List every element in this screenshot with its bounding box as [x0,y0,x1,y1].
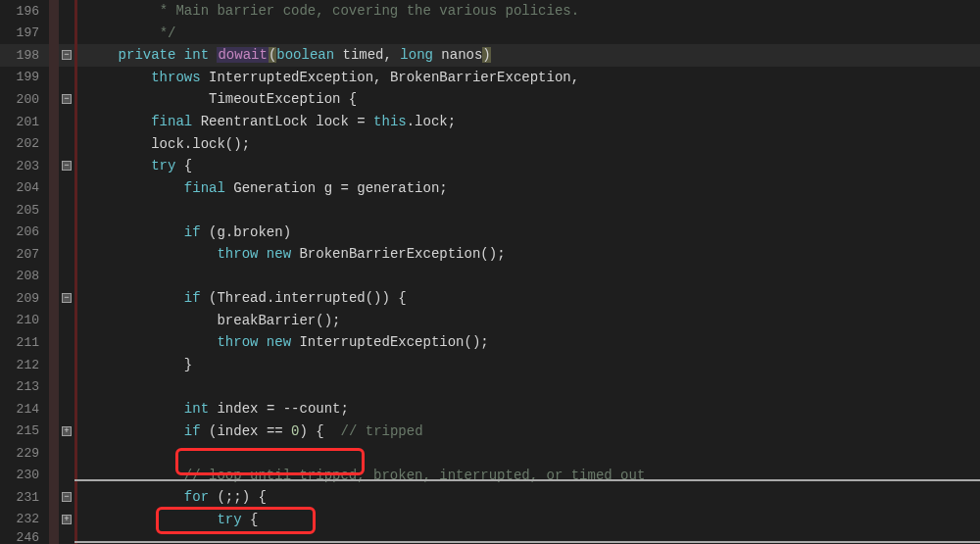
fold-minus-icon[interactable]: − [62,492,72,502]
fold-col[interactable]: + [59,509,74,531]
code-line: 211 throw new InterruptedException(); [0,331,980,354]
fold-col[interactable]: − [59,155,74,177]
code-content[interactable]: // loop until tripped, broken, interrupt… [77,464,980,486]
type-ref: Thread [217,290,266,306]
code-content[interactable]: breakBarrier(); [77,310,980,332]
fold-col[interactable]: + [59,420,74,442]
gutter-num: 208 [0,266,49,288]
marker-col [49,464,59,486]
marker-col [49,111,59,133]
fold-col[interactable]: − [59,88,74,111]
code-content[interactable]: if (Thread.interrupted()) { [77,287,980,310]
fold-col[interactable]: − [59,486,74,509]
comment: // tripped [341,423,423,439]
code-content[interactable]: if (g.broken) [77,221,980,243]
code-line: 229 [0,442,980,465]
type-ref: InterruptedException [299,334,464,350]
fold-separator [74,480,980,481]
code-line: 200 − TimeoutException { [0,88,980,111]
gutter-num: 215 [0,420,49,442]
field: generation [357,180,439,196]
type-ref: BrokenBarrierException [299,246,480,262]
gutter-num: 212 [0,354,49,376]
fold-col [59,199,74,222]
marker-col [49,310,59,332]
code-line: 215 + if (index == 0) { // tripped [0,420,980,442]
marker-col [49,199,59,222]
code-editor[interactable]: 196 * Main barrier code, covering the va… [0,0,980,544]
fold-minus-icon[interactable]: − [62,293,72,303]
keyword: int [184,47,209,63]
fold-plus-icon[interactable]: + [62,515,72,524]
code-line: 213 [0,375,980,398]
fold-col [59,243,74,266]
code-content[interactable]: TimeoutException { [77,88,980,111]
code-content[interactable]: int index = --count; [77,398,980,420]
fold-col[interactable]: − [59,287,74,310]
method-call: interrupted [274,290,365,306]
keyword: if [184,224,201,240]
gutter-num: 210 [0,310,49,332]
keyword: try [217,512,241,527]
marker-col [49,509,59,531]
code-line: 206 if (g.broken) [0,221,980,243]
marker-col [49,132,59,155]
code-content[interactable]: final Generation g = generation; [77,176,980,199]
marker-col [49,398,59,420]
field: count [300,401,341,417]
gutter-num: 229 [0,442,49,465]
fold-col [59,398,74,420]
code-content[interactable]: private int dowait(boolean timed, long n… [77,44,980,67]
code-line-current: 198 − private int dowait(boolean timed, … [0,44,980,67]
code-content[interactable]: } [77,354,980,376]
fold-col [59,375,74,398]
code-content[interactable]: throws InterruptedException, BrokenBarri… [77,67,980,89]
marker-col [49,266,59,288]
code-content[interactable]: lock.lock(); [77,132,980,155]
keyword: throw [217,334,258,350]
code-content[interactable]: try { [77,509,980,531]
fold-separator [74,542,980,543]
method-call: breakBarrier [217,313,316,328]
code-content[interactable] [77,375,980,398]
keyword: if [184,290,201,306]
marker-col [49,221,59,243]
fold-col [59,111,74,133]
method-name: dowait [217,47,268,63]
code-content[interactable]: throw new InterruptedException(); [77,331,980,354]
method-call: lock [192,136,225,152]
code-content[interactable] [77,266,980,288]
code-content[interactable]: for (;;) { [77,486,980,509]
fold-minus-icon[interactable]: − [62,94,72,104]
gutter-num: 204 [0,176,49,199]
code-content[interactable] [77,442,980,465]
fold-col[interactable]: − [59,44,74,67]
fold-col [59,354,74,376]
marker-col [49,420,59,442]
fold-plus-icon[interactable]: + [62,426,72,436]
keyword: if [184,423,201,439]
gutter-num: 199 [0,67,49,89]
paren: ) [482,47,490,63]
code-content[interactable]: * Main barrier code, covering the variou… [77,0,980,23]
code-content[interactable]: throw new BrokenBarrierException(); [77,243,980,266]
code-line: 214 int index = --count; [0,398,980,420]
keyword: new [267,246,291,262]
code-line: 208 [0,266,980,288]
code-content[interactable]: */ [77,23,980,45]
code-content[interactable]: try { [77,155,980,177]
keyword: final [151,114,192,129]
code-content[interactable]: final ReentrantLock lock = this.lock; [77,111,980,133]
identifier: index [217,401,258,417]
fold-minus-icon[interactable]: − [62,50,72,60]
fold-col [59,23,74,45]
code-content[interactable]: if (index == 0) { // tripped [77,420,980,442]
identifier: timed [343,47,384,63]
identifier: index [217,423,258,439]
fold-minus-icon[interactable]: − [62,161,72,171]
code-content[interactable] [77,199,980,222]
code-line: 204 final Generation g = generation; [0,176,980,199]
identifier: nanos [441,47,482,63]
marker-col [49,530,59,544]
identifier: lock [151,136,184,152]
